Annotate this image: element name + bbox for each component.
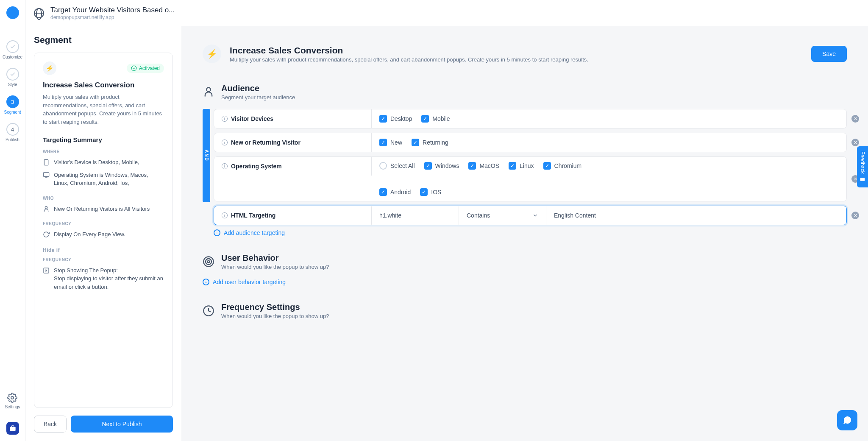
summary-hide: Stop Showing The Popup: Stop displaying …: [43, 266, 164, 291]
sidebar-heading: Segment: [34, 35, 173, 45]
svg-point-0: [11, 396, 14, 399]
info-icon[interactable]: i: [222, 140, 228, 145]
remove-rule-icon[interactable]: ✕: [851, 115, 859, 123]
rule-visitor-devices: iVisitor Devices ✓Desktop ✓Mobile ✕: [214, 109, 847, 128]
rule-new-returning: iNew or Returning Visitor ✓New ✓Returnin…: [214, 133, 847, 152]
summary-frequency: Display On Every Page View.: [43, 230, 164, 239]
summary-where-device: Visitor's Device is Desktop, Mobile,: [43, 158, 164, 167]
checkbox-mobile[interactable]: ✓Mobile: [421, 115, 450, 123]
checkbox-macos[interactable]: ✓MacOS: [468, 162, 499, 170]
svg-point-6: [45, 207, 47, 209]
checkbox-linux[interactable]: ✓Linux: [509, 162, 534, 170]
svg-rect-15: [860, 178, 865, 181]
checkbox-android[interactable]: ✓Android: [379, 188, 411, 196]
target-icon: [203, 256, 214, 268]
rail-segment[interactable]: 3 Segment: [4, 95, 21, 114]
side-rail: Customize Style 3 Segment 4 Publish Sett…: [0, 0, 25, 441]
bolt-icon: ⚡: [43, 61, 56, 75]
svg-rect-4: [43, 173, 49, 176]
info-icon[interactable]: i: [222, 212, 228, 218]
add-behavior-targeting[interactable]: + Add user behavior targeting: [203, 279, 847, 285]
topbar: Target Your Website Visitors Based o... …: [25, 0, 868, 26]
main-content: ⚡ Increase Sales Conversion Multiply you…: [181, 26, 868, 441]
checkbox-windows[interactable]: ✓Windows: [424, 162, 459, 170]
globe-icon: [34, 8, 44, 18]
back-button[interactable]: Back: [34, 416, 67, 433]
info-icon[interactable]: i: [222, 116, 228, 122]
rail-publish[interactable]: 4 Publish: [6, 123, 19, 142]
html-selector-input[interactable]: h1.white: [372, 206, 459, 225]
chat-fab[interactable]: [837, 410, 857, 430]
add-audience-targeting[interactable]: + Add audience targeting: [214, 229, 847, 236]
plus-icon: +: [214, 229, 220, 236]
and-bar: AND: [203, 109, 210, 202]
panel-title: Increase Sales Conversion: [230, 45, 803, 56]
rail-style[interactable]: Style: [6, 68, 19, 87]
card-title: Increase Sales Conversion: [43, 81, 164, 89]
info-icon[interactable]: i: [222, 163, 228, 169]
rail-briefcase[interactable]: [6, 422, 19, 435]
html-condition-select[interactable]: Contains: [459, 206, 546, 225]
feedback-tab[interactable]: Feedback: [857, 146, 868, 187]
segment-card: ⚡ Activated Increase Sales Conversion Mu…: [34, 53, 173, 408]
rule-html-targeting: iHTML Targeting h1.white Contains Englis…: [214, 206, 847, 225]
remove-rule-icon[interactable]: ✕: [851, 139, 859, 146]
svg-point-12: [206, 259, 211, 265]
checkbox-new[interactable]: ✓New: [379, 139, 402, 146]
page-subtitle: demopopupsmart.netlify.app: [50, 14, 175, 20]
svg-rect-3: [44, 159, 48, 165]
rail-settings[interactable]: Settings: [5, 393, 20, 409]
next-publish-button[interactable]: Next to Publish: [71, 416, 173, 433]
chevron-down-icon: [532, 212, 538, 218]
save-button[interactable]: Save: [811, 46, 847, 62]
svg-rect-1: [10, 427, 15, 431]
panel-desc: Multiply your sales with product recomme…: [230, 56, 803, 63]
svg-point-13: [208, 261, 210, 263]
rule-operating-system: iOperating System Select All ✓Windows ✓M…: [214, 156, 847, 201]
checkbox-chromium[interactable]: ✓Chromium: [543, 162, 582, 170]
page-title: Target Your Website Visitors Based o...: [50, 6, 175, 14]
summary-who: New Or Returning Visitors is All Visitor…: [43, 205, 164, 213]
clock-icon: [203, 305, 214, 317]
plus-icon: +: [203, 279, 209, 285]
logo[interactable]: [6, 6, 19, 19]
bolt-icon: ⚡: [203, 45, 221, 63]
card-desc: Multiply your sales with product recomme…: [43, 93, 164, 126]
audience-icon: [203, 86, 214, 98]
checkbox-returning[interactable]: ✓Returning: [412, 139, 448, 146]
summary-where-os: Operating System is Windows, Macos, Linu…: [43, 171, 164, 187]
html-value-input[interactable]: English Content: [546, 206, 846, 225]
radio-select-all[interactable]: Select All: [379, 162, 415, 170]
rail-customize[interactable]: Customize: [3, 40, 22, 59]
remove-rule-icon[interactable]: ✕: [851, 212, 859, 219]
segment-sidebar: Segment ⚡ Activated Increase Sales Conve…: [25, 26, 181, 441]
checkbox-desktop[interactable]: ✓Desktop: [379, 115, 412, 123]
svg-point-10: [206, 88, 210, 92]
activated-badge: Activated: [127, 64, 164, 73]
checkbox-ios[interactable]: ✓IOS: [420, 188, 441, 196]
svg-point-2: [131, 66, 136, 71]
summary-heading: Targeting Summary: [43, 136, 164, 143]
